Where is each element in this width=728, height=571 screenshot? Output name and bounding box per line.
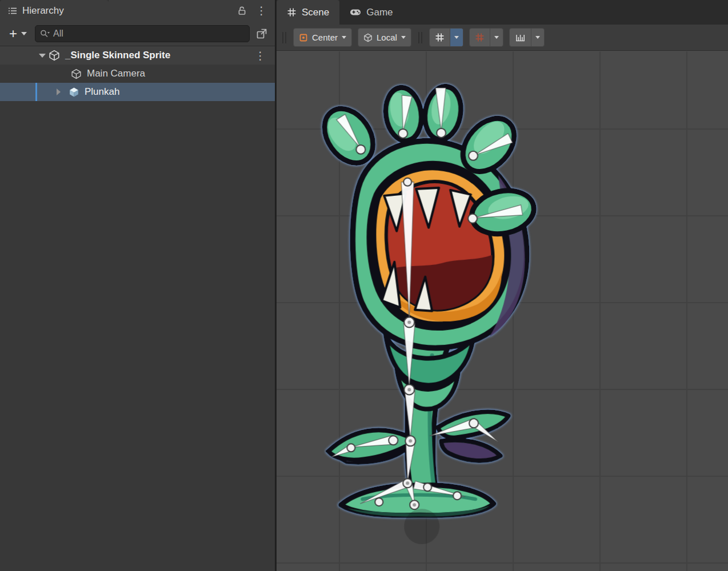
plus-icon: + (9, 28, 17, 39)
tab-hierarchy[interactable]: Hierarchy (0, 0, 109, 21)
plunkah-sprite[interactable] (277, 51, 728, 571)
tab-scene[interactable]: Scene (277, 0, 339, 25)
local-cube-icon (363, 33, 373, 42)
chevron-down-icon (401, 36, 406, 39)
hierarchy-tabbar: Hierarchy ⋮ (0, 0, 275, 21)
unity-cube-icon (49, 50, 60, 61)
hierarchy-tab-label: Hierarchy (22, 5, 64, 17)
snap-ruler-icon (515, 33, 526, 42)
scene-picker-icon[interactable] (255, 27, 268, 40)
grid-snap-dropdown[interactable] (490, 29, 503, 46)
tab-game[interactable]: Game (339, 0, 403, 25)
pivot-soft-circle (404, 509, 439, 544)
scene-canvas[interactable] (277, 51, 728, 571)
scene-tab-label: Scene (302, 7, 329, 18)
disclosure-closed-icon (57, 89, 61, 95)
pivot-mode-label: Center (312, 33, 338, 42)
search-icon (40, 29, 50, 38)
hierarchy-tree: _Single Skinned Sprite ⋮ Main Camera (0, 46, 275, 571)
row-kebab-icon[interactable]: ⋮ (255, 49, 266, 62)
disclosure-open-icon (39, 54, 46, 58)
tree-row-main-camera[interactable]: Main Camera (0, 65, 275, 83)
pivot-mode-button[interactable]: Center (293, 28, 352, 47)
create-object-button[interactable]: + (7, 27, 29, 41)
search-input[interactable] (52, 28, 245, 39)
hierarchy-panel: Hierarchy ⋮ + (0, 0, 275, 571)
snap-settings-button[interactable] (509, 28, 545, 47)
snap-settings-dropdown[interactable] (531, 29, 544, 46)
search-field[interactable] (35, 25, 250, 42)
grid-snap-icon (475, 33, 485, 42)
tree-item-label: Main Camera (87, 68, 145, 79)
game-tab-label: Game (366, 7, 393, 18)
grid-visibility-dropdown[interactable] (450, 29, 463, 46)
plunkah-object-icon (69, 87, 79, 98)
grid-snap-button[interactable] (469, 28, 503, 47)
tree-item-label: Plunkah (85, 86, 119, 98)
main-camera-icon (71, 69, 82, 79)
scene-toolbar: Center Local (277, 25, 728, 51)
selection-indicator-bar (35, 83, 37, 101)
unity-editor: Hierarchy ⋮ + (0, 0, 728, 571)
hierarchy-toolbar: + (0, 21, 275, 46)
gamepad-icon (350, 8, 361, 17)
lock-icon[interactable] (237, 6, 247, 15)
scene-view-panel: Scene Game Cente (277, 0, 728, 571)
toolbar-drag-handle (282, 32, 286, 43)
tree-row-scene-root[interactable]: _Single Skinned Sprite ⋮ (0, 46, 275, 65)
kebab-menu-icon[interactable]: ⋮ (256, 7, 267, 15)
orientation-mode-button[interactable]: Local (358, 28, 411, 47)
grid-visibility-icon (435, 33, 445, 42)
scene-tabbar: Scene Game (277, 0, 728, 25)
tree-row-plunkah[interactable]: Plunkah (0, 83, 275, 101)
chevron-down-icon (342, 36, 346, 39)
tree-item-label: _Single Skinned Sprite (65, 50, 170, 61)
hierarchy-menu-icon (8, 7, 17, 15)
scene-grid-icon (287, 7, 297, 17)
orientation-mode-label: Local (377, 33, 397, 42)
pivot-center-icon (299, 33, 308, 42)
grid-visibility-button[interactable] (429, 28, 463, 47)
toolbar-separator (418, 32, 422, 43)
chevron-down-icon (21, 32, 27, 35)
